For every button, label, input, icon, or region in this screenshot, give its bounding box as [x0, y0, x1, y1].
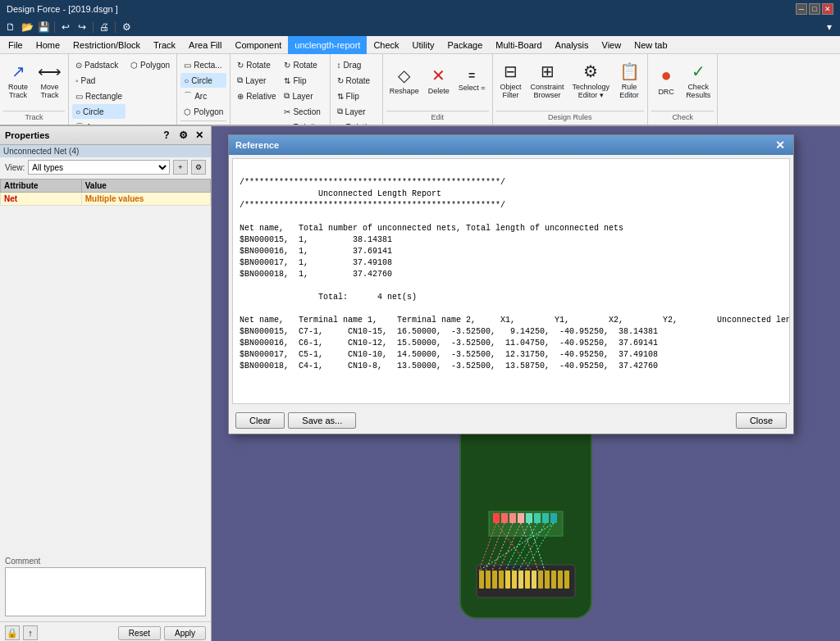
- menu-analysis[interactable]: Analysis: [549, 36, 596, 54]
- svg-rect-3: [499, 571, 504, 589]
- view-select[interactable]: All types: [28, 160, 170, 175]
- flip-button[interactable]: ⇅ Flip: [281, 73, 326, 88]
- close-dialog-button[interactable]: Close: [736, 412, 787, 429]
- menu-check[interactable]: Check: [367, 36, 405, 54]
- rule-editor-button[interactable]: 📋 RuleEditor: [614, 57, 644, 103]
- layer2-button[interactable]: ⧉ Layer: [281, 89, 326, 103]
- reset-button[interactable]: Reset: [118, 626, 161, 640]
- panel-icon-btn2[interactable]: ↑: [23, 625, 38, 640]
- polygon-cutout-label: Polygon: [194, 107, 223, 116]
- svg-rect-18: [526, 513, 532, 523]
- separator1: [54, 21, 55, 33]
- dialog-close-button[interactable]: ✕: [774, 139, 787, 152]
- drc-button[interactable]: ● DRC: [651, 57, 681, 103]
- select-eq-button[interactable]: = Select =: [455, 57, 489, 103]
- settings-button[interactable]: ⚙: [119, 20, 134, 34]
- drag-button[interactable]: ↕ Drag: [334, 57, 379, 72]
- save-as-button[interactable]: Save as...: [288, 412, 356, 429]
- menu-restriction-block[interactable]: Restriction/Block: [66, 36, 147, 54]
- menu-multi-board[interactable]: Multi-Board: [489, 36, 548, 54]
- constraint-browser-button[interactable]: ⊞ ConstraintBrowser: [527, 57, 568, 103]
- relative-button[interactable]: ⊕ Relative: [234, 89, 279, 103]
- properties-panel: Properties ? ⚙ ✕ Unconnected Net (4) Vie…: [0, 126, 212, 641]
- ribbon-group-design-rules: ⊟ ObjectFilter ⊞ ConstraintBrowser ⚙ Tec…: [493, 54, 649, 125]
- arc-cutout-icon: ⌒: [184, 90, 192, 102]
- arc-cutout-button[interactable]: ⌒ Arc: [180, 89, 226, 103]
- new-button[interactable]: 🗋: [3, 20, 18, 34]
- menu-view[interactable]: View: [596, 36, 628, 54]
- comment-section: Comment: [0, 553, 211, 621]
- clear-button[interactable]: Clear: [235, 412, 285, 429]
- rotate2-button[interactable]: ↻ Rotate: [281, 57, 326, 72]
- panel-icon-btn1[interactable]: 🔒: [5, 625, 20, 640]
- pad-button[interactable]: ◦ Pad: [72, 73, 126, 88]
- redo-button[interactable]: ↪: [75, 20, 89, 34]
- reshape-icon: ◇: [398, 66, 410, 85]
- flip2-button[interactable]: ⇅ Flip: [334, 89, 379, 103]
- circle-cutout-icon: ○: [184, 76, 189, 85]
- circle-area-button[interactable]: ○ Circle: [72, 104, 126, 119]
- undo-button[interactable]: ↩: [58, 20, 73, 34]
- area-fill-col: ⊙ Padstack ◦ Pad ▭ Rectangle ○ Circle ⌒: [72, 57, 126, 126]
- close-button[interactable]: ✕: [822, 3, 833, 15]
- rotate3-button[interactable]: ↻ Rotate: [334, 73, 379, 88]
- net-attribute: Net: [1, 193, 82, 206]
- move-track-button[interactable]: ⟷ MoveTrack: [34, 57, 65, 103]
- menu-component[interactable]: Component: [228, 36, 288, 54]
- menu-new-tab[interactable]: New tab: [628, 36, 673, 54]
- settings-panel-icon[interactable]: ⚙: [176, 129, 189, 142]
- layer-move-button[interactable]: ⧉ Layer: [234, 73, 279, 88]
- pcb-board: [411, 413, 641, 626]
- svg-rect-9: [538, 571, 543, 589]
- layer3-button[interactable]: ⧉ Layer: [334, 104, 379, 119]
- view-add-btn[interactable]: +: [173, 160, 188, 175]
- polygon-cutout-button[interactable]: ⬡ Polygon: [180, 104, 226, 119]
- svg-rect-7: [525, 571, 530, 589]
- svg-rect-17: [518, 513, 524, 523]
- padstack-button[interactable]: ⊙ Padstack: [72, 57, 126, 72]
- circle-cutout-button[interactable]: ○ Circle: [180, 73, 226, 88]
- arc-area-button[interactable]: ⌒ Arc: [72, 120, 126, 126]
- comment-label: Comment: [5, 557, 206, 566]
- reshape-button[interactable]: ◇ Reshape: [386, 57, 422, 103]
- attr-header: Attribute: [1, 180, 82, 193]
- save-button[interactable]: 💾: [36, 20, 51, 34]
- rotate-button[interactable]: ↻ Rotate: [234, 57, 279, 72]
- technology-editor-button[interactable]: ⚙ TechnologyEditor ▾: [569, 57, 614, 103]
- object-filter-button[interactable]: ⊟ ObjectFilter: [496, 57, 526, 103]
- menu-track[interactable]: Track: [147, 36, 182, 54]
- drc-label: DRC: [658, 88, 674, 96]
- route-track-button[interactable]: ↗ RouteTrack: [3, 57, 33, 103]
- relative2-button[interactable]: ⊕ Relative: [281, 120, 326, 126]
- menu-area-fill[interactable]: Area Fill: [182, 36, 228, 54]
- minimize-button[interactable]: ─: [796, 3, 807, 15]
- comment-input[interactable]: [5, 567, 206, 616]
- maximize-button[interactable]: □: [809, 3, 820, 15]
- check-results-button[interactable]: ✓ CheckResults: [682, 57, 714, 103]
- move-track-icon: ⟷: [38, 61, 62, 81]
- rectangle-area-button[interactable]: ▭ Rectangle: [72, 89, 126, 103]
- menu-utility[interactable]: Utility: [406, 36, 441, 54]
- open-button[interactable]: 📂: [20, 20, 34, 34]
- apply-button[interactable]: Apply: [164, 626, 206, 640]
- section-button[interactable]: ✂ Section: [281, 104, 326, 119]
- relative3-button[interactable]: ⊕ Relative: [334, 120, 379, 126]
- svg-rect-20: [542, 513, 549, 523]
- recta-button[interactable]: ▭ Recta...: [180, 57, 226, 72]
- polygon-area-button[interactable]: ⬡ Polygon: [127, 57, 173, 72]
- canvas-area: Reference ✕ /***************************…: [212, 126, 840, 641]
- table-row[interactable]: Net Multiple values: [1, 193, 211, 206]
- dropdown-arrow[interactable]: ▾: [822, 20, 837, 34]
- delete-button[interactable]: ✕ Delete: [424, 57, 454, 103]
- menu-file[interactable]: File: [2, 36, 30, 54]
- menu-package[interactable]: Package: [441, 36, 490, 54]
- svg-rect-1: [486, 571, 491, 589]
- menu-home[interactable]: Home: [30, 36, 66, 54]
- help-icon[interactable]: ?: [160, 129, 173, 142]
- ribbon-group-edit: ◇ Reshape ✕ Delete = Select = Edit: [383, 54, 493, 125]
- menu-unclength-report[interactable]: unclength-report: [288, 36, 367, 54]
- svg-rect-19: [534, 513, 541, 523]
- print-button[interactable]: 🖨: [97, 20, 112, 34]
- close-panel-icon[interactable]: ✕: [193, 129, 206, 142]
- view-settings-btn[interactable]: ⚙: [191, 160, 206, 175]
